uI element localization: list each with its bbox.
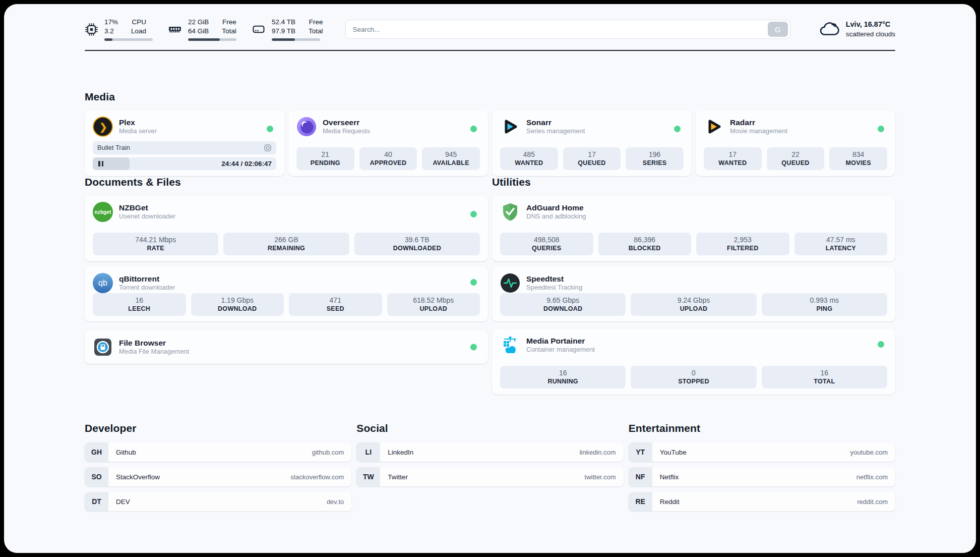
cpu-progress-track — [104, 38, 153, 41]
link-badge: NF — [629, 467, 652, 486]
link-stackoverflow[interactable]: SO StackOverflow stackoverflow.com — [85, 467, 351, 486]
stat-label: QUERIES — [502, 244, 591, 252]
link-github[interactable]: GH Github github.com — [85, 442, 351, 462]
stat-box: 9.24 Gbps UPLOAD — [631, 293, 756, 316]
social-column: Social LI LinkedIn linkedin.com TW Twitt… — [356, 422, 623, 511]
disk-progress-track — [272, 38, 320, 41]
card-adguard[interactable]: AdGuard Home DNS and adblocking 498,508 … — [492, 196, 895, 261]
link-linkedin[interactable]: LI LinkedIn linkedin.com — [356, 442, 623, 462]
card-overseerr[interactable]: Overseerr Media Requests 21 PENDING 40 A… — [288, 110, 488, 176]
stat-value: 9.65 Gbps — [502, 296, 624, 305]
stat-label: UPLOAD — [389, 305, 478, 313]
link-name: Twitter — [388, 473, 408, 481]
memory-free-value: 22 GiB — [188, 18, 209, 27]
card-plex[interactable]: ❯ Plex Media server Bullet Train 24:44 /… — [85, 110, 284, 176]
stat-value: 86,396 — [600, 235, 690, 244]
status-dot — [470, 279, 477, 286]
app-name: Plex — [119, 118, 157, 127]
memory-progress-track — [188, 38, 236, 41]
media-type-icon — [264, 144, 272, 152]
stat-box: 498,508 QUERIES — [500, 233, 593, 255]
link-dev[interactable]: DT DEV dev.to — [85, 492, 351, 511]
filebrowser-icon — [93, 337, 113, 357]
app-subtitle: Movie management — [730, 127, 787, 136]
stat-label: LEECH — [95, 305, 184, 313]
qbittorrent-icon: qb — [93, 273, 113, 293]
stat-label: LATENCY — [797, 244, 886, 252]
entertainment-column: Entertainment YT YouTube youtube.com NF … — [629, 422, 895, 511]
stat-label: STOPPED — [633, 377, 754, 385]
cpu-load-value: 3.2 — [104, 27, 118, 36]
link-twitter[interactable]: TW Twitter twitter.com — [356, 467, 623, 486]
disk-free-value: 52.4 TB — [272, 18, 295, 27]
cpu-usage-label: CPU — [131, 18, 146, 27]
stat-box: 266 GB REMAINING — [223, 233, 349, 255]
link-reddit[interactable]: RE Reddit reddit.com — [629, 492, 895, 511]
adguard-icon — [500, 202, 520, 222]
stat-box: 21 PENDING — [296, 147, 354, 170]
stat-value: 39.6 TB — [356, 235, 478, 244]
link-url: youtube.com — [850, 449, 888, 456]
app-name: AdGuard Home — [526, 203, 586, 212]
app-subtitle: Container management — [526, 346, 595, 354]
link-name: LinkedIn — [388, 449, 413, 456]
card-speedtest[interactable]: Speedtest Speedtest Tracking 9.65 Gbps D… — [492, 267, 895, 321]
stat-value: 16 — [502, 368, 624, 377]
stat-box: 40 APPROVED — [359, 147, 417, 170]
stat-value: 945 — [424, 150, 478, 159]
status-dot — [470, 344, 477, 351]
cpu-widget: 17% 3.2 CPU Load — [85, 18, 153, 40]
card-qbittorrent[interactable]: qb qBittorrent Torrent downloader 16 LEE… — [85, 267, 488, 321]
search-input[interactable] — [346, 26, 768, 33]
link-name: YouTube — [660, 449, 687, 456]
stat-box: 834 MOVIES — [829, 147, 887, 170]
weather-location-temp: Lviv, 16.87°C — [846, 20, 895, 30]
card-portainer[interactable]: Media Portainer Container management 16 … — [492, 329, 895, 395]
status-dot — [878, 126, 884, 132]
stat-value: 266 GB — [225, 235, 347, 244]
stat-value: 0 — [633, 368, 754, 377]
card-filebrowser[interactable]: File Browser Media File Management — [85, 330, 488, 364]
system-topbar: 17% 3.2 CPU Load — [85, 15, 895, 43]
link-badge: SO — [85, 467, 108, 486]
disk-free-label: Free — [309, 18, 323, 27]
stat-label: PING — [764, 305, 885, 313]
stat-box: 9.65 Gbps DOWNLOAD — [500, 293, 626, 316]
memory-widget: 22 GiB 64 GiB Free Total — [168, 18, 236, 40]
stat-box: 16 RUNNING — [500, 366, 626, 388]
link-url: github.com — [312, 449, 344, 456]
stat-label: DOWNLOADED — [356, 244, 478, 252]
link-badge: DT — [85, 492, 108, 511]
weather-condition: scattered clouds — [846, 30, 895, 39]
stat-value: 47.57 ms — [797, 235, 886, 244]
stat-value: 2,953 — [698, 235, 787, 244]
disk-total-label: Total — [309, 27, 323, 36]
search-engine-button[interactable]: G — [768, 22, 788, 37]
now-playing-title: Bullet Train — [97, 144, 264, 151]
utilities-column: Utilities AdGuard Home DNS and adblockin… — [492, 176, 895, 395]
app-subtitle: Usenet downloader — [119, 212, 175, 221]
link-badge: YT — [629, 442, 652, 462]
media-grid: ❯ Plex Media server Bullet Train 24:44 /… — [85, 110, 895, 176]
link-url: twitter.com — [585, 473, 616, 481]
card-sonarr[interactable]: Sonarr Series management 485 WANTED 17 Q… — [492, 110, 692, 176]
stat-value: 196 — [628, 150, 682, 159]
disk-icon — [252, 22, 266, 36]
card-nzbget[interactable]: nzbget NZBGet Usenet downloader 744.21 M… — [85, 196, 488, 261]
card-radarr[interactable]: Radarr Movie management 17 WANTED 22 QUE… — [696, 110, 895, 176]
section-title-utilities: Utilities — [492, 176, 895, 188]
link-badge: RE — [629, 492, 652, 511]
status-dot — [470, 211, 477, 217]
app-subtitle: DNS and adblocking — [526, 212, 586, 221]
link-name: Github — [116, 449, 136, 456]
stat-label: RATE — [95, 244, 216, 252]
link-netflix[interactable]: NF Netflix netflix.com — [629, 467, 895, 486]
link-youtube[interactable]: YT YouTube youtube.com — [629, 442, 895, 462]
developer-column: Developer GH Github github.com SO StackO… — [85, 422, 351, 511]
stat-box: 17 QUEUED — [563, 147, 621, 170]
link-url: linkedin.com — [579, 449, 616, 456]
portainer-icon — [500, 335, 520, 355]
stat-value: 16 — [764, 368, 885, 377]
link-badge: TW — [356, 467, 380, 486]
header-divider — [85, 50, 895, 51]
